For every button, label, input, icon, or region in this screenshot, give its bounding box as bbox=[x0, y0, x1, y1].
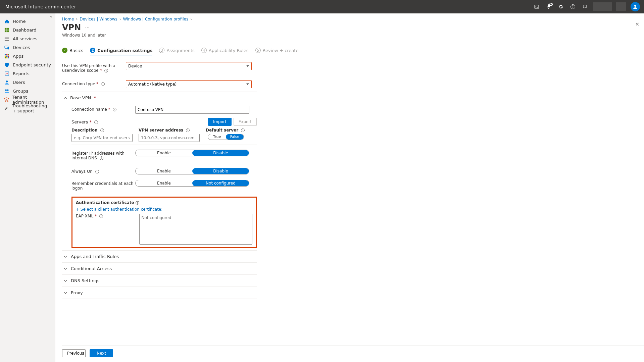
section-conditional-access[interactable]: Conditional Access bbox=[62, 262, 257, 274]
server-address-input[interactable] bbox=[139, 134, 200, 142]
previous-button[interactable]: Previous bbox=[62, 349, 86, 357]
info-icon[interactable]: i bbox=[113, 108, 116, 111]
collapse-nav-button[interactable]: « bbox=[49, 13, 53, 20]
step-review-create[interactable]: 5 Review + create bbox=[255, 48, 299, 55]
notifications-icon[interactable]: 6 bbox=[543, 1, 554, 12]
conntype-select[interactable]: Automatic (Native type) bbox=[126, 80, 252, 88]
toggle-enable[interactable]: Enable bbox=[136, 168, 192, 174]
row-scope: Use this VPN profile with a user/device … bbox=[62, 60, 257, 75]
section-apps-traffic[interactable]: Apps and Traffic Rules bbox=[62, 250, 257, 262]
alwayson-toggle[interactable]: Enable Disable bbox=[135, 168, 249, 174]
breadcrumb-config-profiles[interactable]: Windows | Configuration profiles bbox=[123, 17, 189, 21]
info-icon[interactable]: i bbox=[100, 156, 103, 160]
server-buttons: Import Export bbox=[208, 118, 257, 126]
nav-home[interactable]: Home bbox=[0, 17, 55, 25]
row-always-on: Always On i Enable Disable bbox=[71, 166, 257, 176]
chevron-down-icon bbox=[63, 279, 67, 283]
close-blade-button[interactable]: ✕ bbox=[635, 21, 639, 27]
default-server-toggle[interactable]: True False bbox=[208, 134, 244, 140]
info-icon[interactable]: i bbox=[136, 201, 139, 205]
section-proxy[interactable]: Proxy bbox=[62, 287, 257, 299]
toggle-notconfigured[interactable]: Not configured bbox=[192, 180, 249, 186]
conntype-label: Connection type * i bbox=[62, 80, 126, 86]
list-icon bbox=[4, 36, 9, 41]
home-icon bbox=[4, 18, 9, 24]
remember-toggle[interactable]: Enable Not configured bbox=[135, 180, 249, 187]
breadcrumb-home[interactable]: Home bbox=[62, 17, 74, 21]
step-assignments[interactable]: 3 Assignments bbox=[159, 48, 194, 55]
nav-troubleshooting[interactable]: Troubleshooting + support bbox=[0, 104, 55, 113]
directory-info-placeholder bbox=[593, 2, 612, 11]
nav-label: Reports bbox=[13, 71, 30, 76]
select-certificate-link[interactable]: + Select a client authentication certifi… bbox=[76, 207, 162, 212]
nav-label: Users bbox=[13, 80, 25, 85]
server-description-input[interactable] bbox=[71, 134, 133, 142]
row-register-dns: Register IP addresses with internal DNS … bbox=[71, 148, 257, 162]
nav-label: Devices bbox=[13, 45, 30, 50]
svg-point-19 bbox=[6, 80, 8, 82]
nav-dashboard[interactable]: Dashboard bbox=[0, 25, 55, 34]
scope-select[interactable]: Device bbox=[126, 62, 252, 70]
tenant-icon bbox=[4, 97, 9, 102]
chevron-right-icon: › bbox=[119, 17, 121, 21]
export-button: Export bbox=[234, 118, 257, 126]
alwayson-label: Always On i bbox=[71, 168, 135, 174]
chevron-right-icon: › bbox=[76, 17, 78, 21]
toggle-enable[interactable]: Enable bbox=[136, 180, 192, 186]
breadcrumb-devices-windows[interactable]: Devices | Windows bbox=[80, 17, 117, 21]
info-icon[interactable]: i bbox=[241, 128, 245, 132]
step-configuration-settings[interactable]: 2 Configuration settings bbox=[90, 48, 152, 55]
nav-endpoint-security[interactable]: Endpoint security bbox=[0, 60, 55, 69]
help-icon[interactable]: ? bbox=[567, 1, 578, 12]
info-icon[interactable]: i bbox=[101, 82, 105, 86]
section-dns-settings[interactable]: DNS Settings bbox=[62, 274, 257, 287]
more-actions-button[interactable]: ⋯ bbox=[85, 25, 90, 30]
nav-tenant-admin[interactable]: Tenant administration bbox=[0, 95, 55, 104]
info-icon[interactable]: i bbox=[99, 214, 103, 218]
svg-point-20 bbox=[5, 89, 7, 91]
base-vpn-body: Connection name * i Servers * i bbox=[62, 104, 257, 248]
nav-reports[interactable]: Reports bbox=[0, 69, 55, 78]
nav-label: Home bbox=[13, 19, 26, 24]
nav-devices[interactable]: Devices bbox=[0, 43, 55, 52]
connname-ctrl bbox=[135, 106, 257, 114]
register-dns-toggle[interactable]: Enable Disable bbox=[135, 150, 249, 156]
connname-input[interactable] bbox=[135, 106, 249, 114]
settings-icon[interactable] bbox=[555, 1, 566, 12]
import-button[interactable]: Import bbox=[208, 118, 232, 126]
info-icon[interactable]: i bbox=[100, 128, 104, 132]
toggle-enable[interactable]: Enable bbox=[136, 150, 192, 156]
connname-label: Connection name * i bbox=[71, 106, 135, 112]
cloud-shell-icon[interactable] bbox=[531, 1, 542, 12]
step-number: 3 bbox=[159, 48, 164, 53]
toggle-disable[interactable]: Disable bbox=[192, 150, 249, 156]
feedback-icon[interactable] bbox=[580, 1, 590, 12]
svg-rect-16 bbox=[6, 57, 7, 58]
row-eap-xml: EAP XML * i bbox=[76, 214, 252, 245]
conntype-select-wrap: Automatic (Native type) bbox=[126, 80, 257, 88]
step-label: Assignments bbox=[166, 48, 194, 53]
section-label: Conditional Access bbox=[71, 266, 112, 271]
step-basics[interactable]: ✓ Basics bbox=[62, 48, 83, 55]
step-done-icon: ✓ bbox=[62, 48, 67, 53]
remember-label-text: Remember credentials at each logon bbox=[71, 181, 134, 191]
nav-groups[interactable]: Groups bbox=[0, 87, 55, 95]
nav-users[interactable]: Users bbox=[0, 78, 55, 87]
authcert-header-text: Authentication certificate bbox=[76, 200, 134, 205]
nav-all-services[interactable]: All services bbox=[0, 34, 55, 43]
info-icon[interactable]: i bbox=[104, 69, 108, 72]
nav-apps[interactable]: Apps bbox=[0, 52, 55, 60]
eap-xml-textarea[interactable] bbox=[139, 214, 252, 245]
step-applicability-rules[interactable]: 4 Applicability Rules bbox=[201, 48, 249, 55]
base-vpn-header[interactable]: Base VPN * bbox=[62, 95, 257, 100]
user-avatar[interactable] bbox=[631, 2, 640, 11]
dashboard-icon bbox=[4, 27, 9, 33]
next-button[interactable]: Next bbox=[90, 349, 113, 357]
info-icon[interactable]: i bbox=[94, 120, 98, 124]
default-true[interactable]: True bbox=[208, 134, 226, 140]
default-false[interactable]: False bbox=[226, 134, 244, 140]
info-icon[interactable]: i bbox=[95, 170, 99, 173]
step-number: 5 bbox=[255, 48, 261, 53]
toggle-disable[interactable]: Disable bbox=[192, 168, 249, 174]
info-icon[interactable]: i bbox=[186, 128, 190, 132]
